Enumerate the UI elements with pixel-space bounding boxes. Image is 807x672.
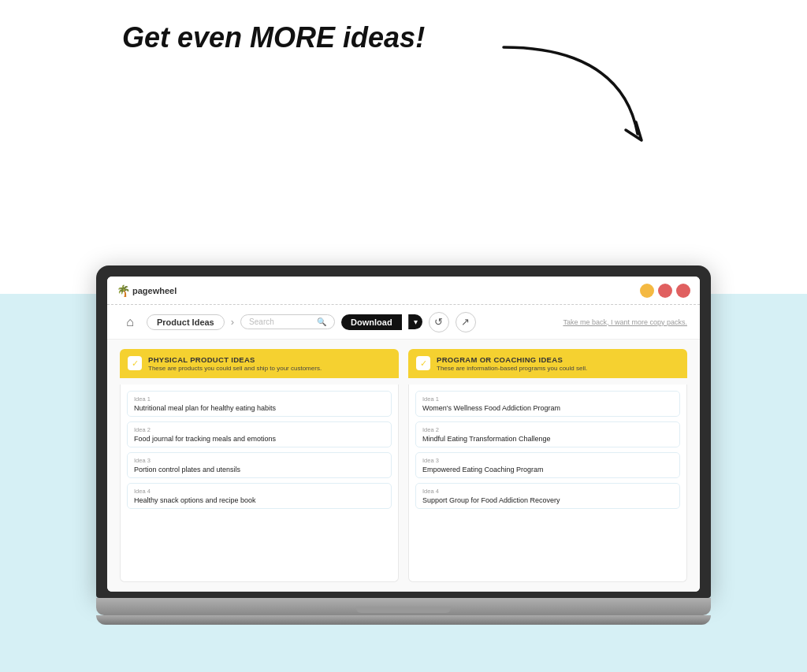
arrow-icon [480,32,653,158]
idea-label: Idea 4 [134,488,385,495]
idea-card: Idea 3 Empowered Eating Coaching Program [415,452,680,478]
idea-card: Idea 2 Food journal for tracking meals a… [127,421,392,447]
physical-title: PHYSICAL PRODUCT IDEAS [148,355,322,364]
physical-ideas-list: Idea 1 Nutritional meal plan for healthy… [120,384,399,582]
physical-header-text: PHYSICAL PRODUCT IDEAS These are product… [148,355,322,372]
search-box[interactable]: Search 🔍 [240,314,335,329]
toolbar: ⌂ Product Ideas › Search 🔍 Download ▾ ↺ … [107,305,700,340]
idea-card: Idea 4 Support Group for Food Addiction … [415,483,680,509]
nav-icon-red2 [676,284,690,298]
coaching-header: ✓ PROGRAM OR COACHING IDEAS These are in… [408,349,687,378]
idea-label: Idea 2 [422,426,673,433]
physical-products-column: ✓ PHYSICAL PRODUCT IDEAS These are produ… [120,349,399,582]
nav-icon-red1 [658,284,672,298]
idea-card: Idea 4 Healthy snack options and recipe … [127,483,392,509]
idea-label: Idea 3 [134,457,385,464]
idea-card: Idea 3 Portion control plates and utensi… [127,452,392,478]
idea-text: Women's Wellness Food Addiction Program [422,404,673,412]
idea-text: Portion control plates and utensils [134,466,385,473]
idea-card: Idea 1 Women's Wellness Food Addiction P… [415,391,680,417]
laptop-notch [356,607,451,613]
coaching-column: ✓ PROGRAM OR COACHING IDEAS These are in… [408,349,687,582]
logo-palm-icon: 🌴 [117,284,130,297]
download-button[interactable]: Download [341,314,402,330]
coaching-ideas-list: Idea 1 Women's Wellness Food Addiction P… [408,384,687,582]
screen-content: 🌴 pagewheel ⌂ Product Ideas › Search 🔍 [107,277,700,592]
idea-label: Idea 4 [422,488,673,495]
breadcrumb-button[interactable]: Product Ideas [147,314,225,330]
nav-icons [640,284,690,298]
idea-text: Food journal for tracking meals and emot… [134,435,385,443]
download-chevron-button[interactable]: ▾ [408,314,422,329]
callout-heading: Get even MORE ideas! [122,22,425,54]
idea-text: Empowered Eating Coaching Program [422,466,673,473]
logo-text: pagewheel [132,286,177,295]
idea-label: Idea 1 [134,395,385,403]
refresh-button[interactable]: ↺ [429,312,449,332]
nav-icon-yellow [640,284,654,298]
idea-label: Idea 1 [422,395,673,403]
laptop-mockup: 🌴 pagewheel ⌂ Product Ideas › Search 🔍 [96,265,711,625]
laptop-foot [96,615,711,625]
idea-label: Idea 2 [134,426,385,433]
idea-text: Mindful Eating Transformation Challenge [422,435,673,443]
search-icon: 🔍 [317,317,326,326]
coaching-title: PROGRAM OR COACHING IDEAS [437,355,587,364]
idea-text: Nutritional meal plan for healthy eating… [134,404,385,412]
coaching-header-icon: ✓ [416,356,430,370]
share-button[interactable]: ↗ [456,312,476,332]
physical-subtitle: These are products you could sell and sh… [148,365,322,372]
pagewheel-navbar: 🌴 pagewheel [107,277,700,305]
search-placeholder: Search [249,317,274,326]
idea-card: Idea 1 Nutritional meal plan for healthy… [127,391,392,417]
physical-header-icon: ✓ [128,356,142,370]
home-button[interactable]: ⌂ [120,312,140,332]
idea-text: Healthy snack options and recipe book [134,496,385,504]
idea-card: Idea 2 Mindful Eating Transformation Cha… [415,421,680,447]
physical-header: ✓ PHYSICAL PRODUCT IDEAS These are produ… [120,349,399,378]
pagewheel-logo: 🌴 pagewheel [117,284,177,297]
idea-label: Idea 3 [422,457,673,464]
content-area: ✓ PHYSICAL PRODUCT IDEAS These are produ… [107,340,700,592]
breadcrumb-chevron: › [231,316,234,328]
coaching-header-text: PROGRAM OR COACHING IDEAS These are info… [437,355,587,372]
idea-text: Support Group for Food Addiction Recover… [422,496,673,504]
coaching-subtitle: These are information-based programs you… [437,365,587,372]
back-link[interactable]: Take me back, I want more copy packs. [563,318,687,326]
laptop-base [96,598,711,615]
laptop-screen: 🌴 pagewheel ⌂ Product Ideas › Search 🔍 [96,265,711,598]
